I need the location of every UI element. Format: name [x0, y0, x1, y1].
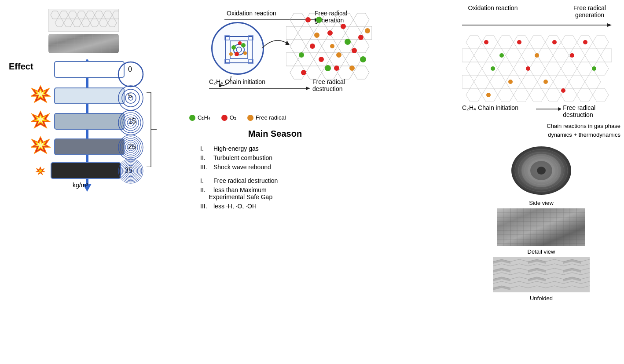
svg-marker-175 — [466, 88, 482, 102]
svg-marker-170 — [521, 75, 537, 88]
svg-point-133 — [189, 115, 195, 121]
svg-point-110 — [336, 52, 341, 58]
free-radical-dest-right: Free radical destruction — [563, 104, 620, 118]
svg-point-64 — [128, 168, 134, 174]
unfolded-section: Unfolded — [462, 257, 620, 302]
svg-point-113 — [365, 28, 370, 33]
svg-point-123 — [231, 45, 236, 50]
svg-point-58 — [120, 160, 142, 182]
chain-reactions-text: Chain reactions in gas phasedynamics + t… — [462, 122, 620, 139]
legend-o2-label: O₂ — [230, 114, 236, 121]
legend-c2h4: C₂H₄ — [189, 114, 210, 121]
density-bar-0 — [54, 61, 125, 78]
svg-marker-73 — [338, 13, 353, 26]
density-bar-4 — [51, 162, 121, 179]
left-panel: Effect 0 — [7, 4, 183, 360]
mesh-image — [48, 34, 119, 53]
detail-view-label: Detail view — [462, 248, 620, 255]
svg-marker-83 — [322, 40, 338, 53]
svg-point-43 — [128, 96, 133, 100]
svg-point-97 — [327, 30, 333, 36]
svg-point-112 — [349, 66, 355, 71]
svg-marker-174 — [585, 75, 601, 88]
explosion-icon-2 — [31, 110, 51, 132]
svg-point-185 — [499, 53, 504, 58]
circle-4 — [117, 157, 145, 187]
svg-point-42 — [125, 93, 136, 103]
svg-marker-152 — [537, 49, 553, 62]
unfolded-image — [493, 257, 590, 292]
svg-rect-115 — [226, 36, 252, 63]
svg-marker-153 — [553, 49, 569, 62]
svg-point-106 — [345, 39, 351, 45]
right-hex-grid — [462, 33, 612, 102]
svg-point-49 — [129, 121, 132, 124]
svg-point-99 — [341, 24, 346, 29]
svg-marker-162 — [545, 62, 561, 75]
explosion-icon-4 — [31, 161, 47, 180]
top-right-arrow — [462, 21, 612, 29]
legend-free-radical-label: Free radical — [256, 114, 286, 121]
legend-c2h4-label: C₂H₄ — [198, 114, 210, 121]
svg-point-41 — [122, 89, 139, 107]
down-arrow — [218, 74, 244, 87]
svg-marker-159 — [498, 62, 514, 75]
legend-o2: O₂ — [221, 114, 236, 121]
svg-point-48 — [127, 119, 134, 126]
svg-marker-148 — [474, 49, 490, 62]
svg-point-124 — [241, 43, 246, 47]
curved-arrow — [260, 31, 290, 57]
svg-point-134 — [221, 115, 228, 121]
svg-point-195 — [583, 40, 587, 44]
svg-marker-168 — [490, 75, 506, 88]
svg-point-102 — [358, 35, 363, 40]
svg-point-45 — [121, 113, 141, 133]
middle-panel: Oxidation reaction Free radical generati… — [183, 7, 367, 360]
list2-item-0: I.Free radical destruction — [200, 177, 367, 184]
free-radical-gen-right: Free radical generation — [559, 4, 620, 18]
svg-marker-146 — [593, 36, 609, 49]
svg-point-65 — [129, 169, 132, 173]
svg-point-96 — [305, 17, 311, 22]
svg-marker-70 — [290, 13, 306, 26]
svg-point-104 — [334, 66, 339, 71]
molecule-circle — [211, 22, 264, 75]
detail-view-image — [497, 208, 585, 246]
svg-marker-144 — [561, 36, 577, 49]
kg-label: kg/m³ — [73, 182, 88, 189]
svg-point-103 — [301, 70, 306, 75]
svg-marker-166 — [462, 75, 474, 88]
density-bar-3 — [54, 138, 125, 155]
svg-marker-155 — [585, 49, 601, 62]
svg-point-47 — [125, 117, 136, 128]
svg-marker-147 — [462, 49, 474, 62]
svg-marker-169 — [506, 75, 521, 88]
svg-marker-150 — [506, 49, 521, 62]
svg-point-186 — [517, 40, 521, 44]
explosion-icon-1 — [31, 85, 51, 106]
svg-marker-142 — [529, 36, 545, 49]
svg-marker-156 — [601, 49, 612, 62]
unfolded-label: Unfolded — [462, 295, 620, 302]
svg-marker-132 — [219, 84, 223, 87]
top-materials — [48, 9, 119, 57]
density-bar-1 — [54, 87, 125, 104]
svg-marker-158 — [482, 62, 498, 75]
svg-marker-81 — [290, 40, 306, 53]
svg-marker-92 — [306, 66, 322, 79]
svg-marker-173 — [569, 75, 585, 88]
svg-point-190 — [526, 66, 530, 71]
hexagon-grid — [286, 11, 372, 84]
svg-point-66 — [130, 171, 132, 172]
chain-initiation-right: C₂H₄ Chain initiation — [462, 104, 536, 118]
svg-point-189 — [491, 66, 495, 71]
svg-point-100 — [352, 48, 357, 53]
svg-marker-178 — [514, 88, 529, 102]
svg-marker-161 — [529, 62, 545, 75]
legend-free-radical: Free radical — [247, 114, 286, 121]
svg-point-203 — [537, 167, 546, 175]
svg-point-187 — [535, 53, 539, 58]
svg-marker-199 — [558, 107, 561, 111]
main-season-title: Main Season — [191, 129, 359, 139]
svg-point-56 — [129, 146, 132, 149]
